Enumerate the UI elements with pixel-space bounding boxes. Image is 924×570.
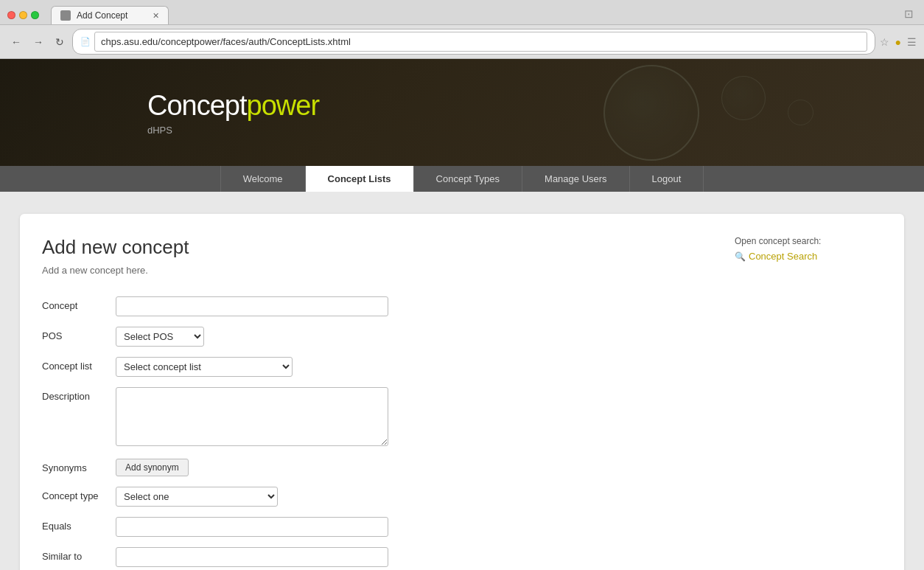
forward-button[interactable]: → (29, 35, 47, 49)
concept-type-row: Concept type Select one (42, 487, 720, 507)
pos-label: POS (42, 327, 116, 341)
concept-input[interactable] (116, 296, 388, 316)
equals-row: Equals (42, 517, 720, 537)
concept-type-select[interactable]: Select one (116, 487, 278, 507)
bookmark-icon[interactable]: ☆ (880, 36, 889, 48)
tab-favicon (60, 10, 71, 21)
concept-field-wrap (116, 296, 720, 316)
sidebar-area: Open concept search: 🔍 Concept Search (735, 236, 882, 570)
site-header: Conceptpower dHPS (0, 59, 924, 166)
concept-list-label: Concept list (42, 357, 116, 372)
window-maximize-dot[interactable] (31, 11, 39, 19)
deco-circle-tiny (788, 100, 813, 125)
description-field-wrap (116, 387, 720, 448)
page-subtitle: Add a new concept here. (42, 265, 720, 276)
add-synonym-button[interactable]: Add synonym (116, 459, 189, 476)
pos-row: POS Select POS (42, 327, 720, 347)
concept-label: Concept (42, 296, 116, 311)
similar-to-label: Similar to (42, 547, 116, 562)
equals-input[interactable] (116, 517, 388, 537)
pos-field-wrap: Select POS (116, 327, 720, 347)
logo-text: Conceptpower (147, 90, 319, 122)
address-lock-icon: 📄 (80, 37, 91, 46)
description-label: Description (42, 387, 116, 402)
nav-item-welcome[interactable]: Welcome (220, 166, 306, 192)
form-and-sidebar: Add new concept Add a new concept here. … (42, 236, 882, 570)
nav-item-logout[interactable]: Logout (630, 166, 704, 192)
refresh-button[interactable]: ↻ (52, 35, 68, 49)
tab-title: Add Concept (77, 10, 127, 21)
similar-to-input[interactable] (116, 547, 388, 567)
back-button[interactable]: ← (7, 35, 25, 49)
browser-tab[interactable]: Add Concept ✕ (51, 6, 169, 24)
description-textarea[interactable] (116, 387, 388, 446)
concept-list-field-wrap: Select concept list (116, 357, 720, 377)
logo-sub: dHPS (147, 125, 319, 136)
concept-search-link[interactable]: 🔍 Concept Search (735, 251, 882, 262)
concept-list-row: Concept list Select concept list (42, 357, 720, 377)
window-minimize-dot[interactable] (19, 11, 27, 19)
deco-circle-large (603, 65, 699, 161)
content-card: Add new concept Add a new concept here. … (20, 214, 904, 570)
address-bar[interactable] (94, 32, 867, 52)
synonyms-row: Synonyms Add synonym (42, 459, 720, 476)
window-close-dot[interactable] (7, 11, 15, 19)
logo-area: Conceptpower dHPS (147, 90, 319, 136)
equals-field-wrap (116, 517, 720, 537)
header-decoration (603, 59, 813, 166)
concept-type-field-wrap: Select one (116, 487, 720, 507)
pos-select[interactable]: Select POS (116, 327, 204, 347)
page-title: Add new concept (42, 236, 720, 259)
concept-list-select[interactable]: Select concept list (116, 357, 293, 377)
description-row: Description (42, 387, 720, 448)
synonyms-label: Synonyms (42, 459, 116, 473)
concept-search-link-text: Concept Search (749, 251, 817, 262)
logo-accent: power (247, 90, 320, 121)
form-area: Add new concept Add a new concept here. … (42, 236, 720, 570)
search-icon: 🔍 (735, 251, 746, 262)
synonyms-field-wrap: Add synonym (116, 459, 720, 476)
tab-close-button[interactable]: ✕ (153, 11, 159, 21)
main-nav: Welcome Concept Lists Concept Types Mana… (0, 166, 924, 192)
main-content: Add new concept Add a new concept here. … (0, 192, 924, 570)
nav-item-concept-lists[interactable]: Concept Lists (306, 166, 414, 192)
profile-icon[interactable]: ● (895, 36, 901, 48)
similar-to-row: Similar to (42, 547, 720, 567)
concept-type-label: Concept type (42, 487, 116, 501)
deco-circle-small (721, 76, 766, 120)
open-search-label: Open concept search: (735, 236, 882, 246)
similar-to-field-wrap (116, 547, 720, 567)
equals-label: Equals (42, 517, 116, 532)
nav-item-concept-types[interactable]: Concept Types (414, 166, 522, 192)
menu-icon[interactable]: ☰ (907, 36, 917, 48)
window-controls-icon: ⊡ (904, 7, 914, 21)
nav-item-manage-users[interactable]: Manage Users (522, 166, 630, 192)
logo-plain: Concept (147, 90, 247, 121)
concept-row: Concept (42, 296, 720, 316)
